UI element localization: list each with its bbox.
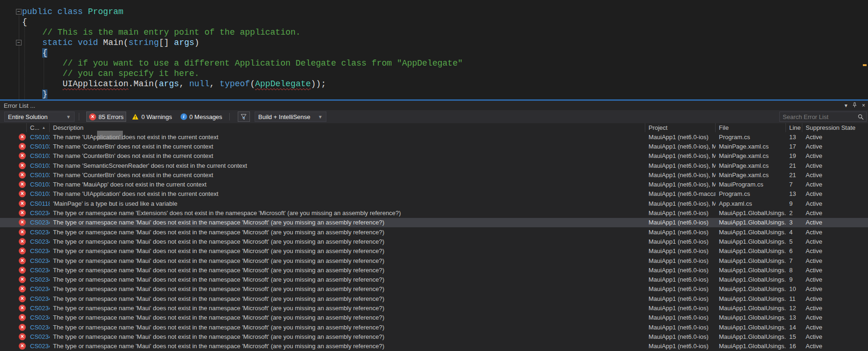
column-header-description[interactable]: Description: [50, 123, 645, 132]
error-row[interactable]: ×CS0234The type or namespace name 'Maui'…: [0, 322, 868, 332]
error-row[interactable]: ×CS0103The name 'CounterBtn' does not ex…: [0, 170, 868, 179]
scope-dropdown[interactable]: Entire Solution ▼: [4, 112, 75, 122]
error-line: 17: [786, 143, 802, 150]
search-icon[interactable]: [858, 114, 866, 120]
error-code-link[interactable]: CS0103: [27, 181, 50, 188]
error-suppression-state: Active: [802, 276, 868, 283]
error-row[interactable]: ×CS0234The type or namespace name 'Maui'…: [0, 256, 868, 265]
code-lines: public class Program−{ // This is the ma…: [0, 7, 868, 99]
error-file: MainPage.xaml.cs: [716, 162, 786, 169]
error-code-link[interactable]: CS0234: [27, 285, 50, 292]
error-row[interactable]: ×CS0234The type or namespace name 'Maui'…: [0, 246, 868, 256]
error-code-link[interactable]: CS0234: [27, 276, 50, 283]
pin-icon[interactable]: [852, 102, 857, 109]
code-line: // This is the main entry point of the a…: [0, 27, 868, 37]
error-code-link[interactable]: CS0103: [27, 143, 50, 150]
filter-button[interactable]: [238, 112, 250, 122]
error-row[interactable]: ×CS0234The type or namespace name 'Maui'…: [0, 284, 868, 294]
severity-error-icon: ×: [0, 247, 27, 254]
chevron-down-icon: ▼: [61, 114, 71, 119]
error-rows: ×CS0103The name 'UIApplication' does not…: [0, 132, 868, 351]
column-header-severity[interactable]: [0, 123, 27, 132]
error-line: 7: [786, 257, 802, 264]
severity-error-icon: ×: [0, 229, 27, 236]
error-code-link[interactable]: CS0234: [27, 219, 50, 226]
close-icon[interactable]: ×: [862, 103, 865, 108]
error-row[interactable]: ×CS0103The name 'UIApplication' does not…: [0, 189, 868, 199]
build-intellisense-dropdown[interactable]: Build + IntelliSense ▼: [255, 112, 326, 122]
error-suppression-state: Active: [802, 247, 868, 254]
error-row[interactable]: ×CS0234The type or namespace name 'Maui'…: [0, 303, 868, 313]
error-row[interactable]: ×CS0234The type or namespace name 'Maui'…: [0, 275, 868, 284]
column-header-line[interactable]: Line: [786, 123, 802, 132]
error-code-link[interactable]: CS0234: [27, 247, 50, 254]
error-row[interactable]: ×CS0234The type or namespace name 'Exten…: [0, 208, 868, 217]
error-suppression-state: Active: [802, 305, 868, 312]
severity-error-icon: ×: [0, 162, 27, 169]
error-code-link[interactable]: CS0234: [27, 267, 50, 274]
error-project: MauiApp1 (net6.0-ios): [645, 267, 716, 274]
error-row[interactable]: ×CS0234The type or namespace name 'Maui'…: [0, 342, 868, 351]
error-code-link[interactable]: CS0118: [27, 200, 50, 207]
column-header-file[interactable]: File: [716, 123, 786, 132]
search-input[interactable]: [780, 113, 858, 120]
error-code-link[interactable]: CS0234: [27, 229, 50, 236]
error-row[interactable]: ×CS0234The type or namespace name 'Maui'…: [0, 227, 868, 237]
error-code-link[interactable]: CS0234: [27, 209, 50, 217]
error-description: The type or namespace name 'Maui' does n…: [50, 238, 645, 245]
error-code-link[interactable]: CS0103: [27, 152, 50, 159]
error-code-link[interactable]: CS0234: [27, 238, 50, 245]
error-code-link[interactable]: CS0234: [27, 343, 50, 350]
warnings-filter-button[interactable]: 0 Warnings: [129, 112, 174, 122]
code-line: // if you want to use a different Applic…: [0, 58, 868, 68]
error-row[interactable]: ×CS0234The type or namespace name 'Maui'…: [0, 218, 868, 227]
error-code-link[interactable]: CS0234: [27, 257, 50, 264]
error-code-link[interactable]: CS0234: [27, 333, 50, 340]
error-line: 8: [786, 267, 802, 274]
error-row[interactable]: ×CS0234The type or namespace name 'Maui'…: [0, 265, 868, 275]
column-header-suppression-state[interactable]: Suppression State: [802, 123, 868, 132]
error-row[interactable]: ×CS0118'MainPage' is a type but is used …: [0, 199, 868, 208]
error-row[interactable]: ×CS0234The type or namespace name 'Maui'…: [0, 237, 868, 246]
error-row[interactable]: ×CS0234The type or namespace name 'Maui'…: [0, 313, 868, 322]
error-code-link[interactable]: CS0103: [27, 190, 50, 197]
error-code-link[interactable]: CS0103: [27, 172, 50, 179]
error-code-link[interactable]: CS0103: [27, 134, 50, 141]
funnel-icon: [241, 114, 247, 120]
warning-icon: [132, 113, 139, 120]
sort-ascending-icon: ▲: [42, 126, 45, 130]
error-row[interactable]: ×CS0103The name 'UIApplication' does not…: [0, 132, 868, 142]
error-code-link[interactable]: CS0234: [27, 314, 50, 321]
error-row[interactable]: ×CS0103The name 'CounterBtn' does not ex…: [0, 142, 868, 151]
error-list-titlebar[interactable]: Error List ... ▾ ×: [0, 101, 868, 110]
error-line: 3: [786, 219, 802, 226]
error-description: The type or namespace name 'Maui' does n…: [50, 314, 645, 321]
fold-collapse-icon[interactable]: −: [16, 9, 22, 15]
fold-collapse-icon[interactable]: −: [16, 40, 22, 45]
code-line: static void Main(string[] args)−: [0, 37, 868, 48]
window-position-icon[interactable]: ▾: [845, 103, 847, 108]
error-description: The name 'UIApplication' does not exist …: [50, 134, 645, 141]
error-row[interactable]: ×CS0103The name 'CounterBtn' does not ex…: [0, 151, 868, 161]
messages-filter-button[interactable]: i 0 Messages: [178, 112, 225, 122]
error-file: MauiApp1.GlobalUsings.g...: [716, 209, 786, 217]
error-icon: ×: [19, 333, 26, 340]
error-code-link[interactable]: CS0234: [27, 305, 50, 312]
error-code-link[interactable]: CS0103: [27, 162, 50, 169]
error-description: The name 'MauiApp' does not exist in the…: [50, 181, 645, 188]
severity-error-icon: ×: [0, 190, 27, 197]
errors-filter-button[interactable]: × 85 Errors: [86, 112, 126, 122]
error-row[interactable]: ×CS0234The type or namespace name 'Maui'…: [0, 332, 868, 341]
error-code-link[interactable]: CS0234: [27, 324, 50, 331]
error-code-link[interactable]: CS0234: [27, 295, 50, 302]
column-header-code[interactable]: C...▲: [27, 123, 50, 132]
error-icon: ×: [19, 305, 26, 312]
error-icon: ×: [19, 134, 26, 141]
error-line: 13: [786, 134, 802, 141]
column-header-project[interactable]: Project: [645, 123, 716, 132]
error-row[interactable]: ×CS0103The name 'SemanticScreenReader' d…: [0, 161, 868, 170]
error-row[interactable]: ×CS0234The type or namespace name 'Maui'…: [0, 294, 868, 303]
error-project: MauiApp1 (net6.0-ios), M...: [645, 172, 716, 179]
error-row[interactable]: ×CS0103The name 'MauiApp' does not exist…: [0, 179, 868, 189]
code-editor[interactable]: public class Program−{ // This is the ma…: [0, 0, 868, 99]
